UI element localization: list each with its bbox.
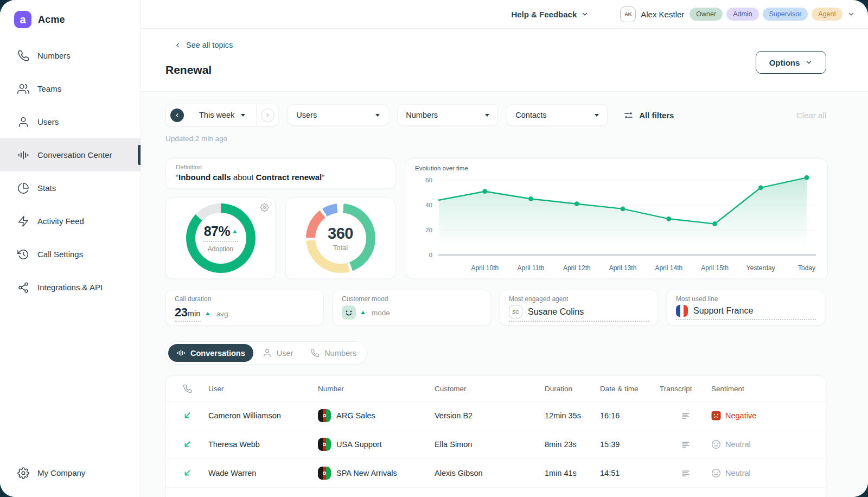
content: This week UsersNumbersContacts All filte… — [141, 92, 868, 497]
sidebar-item-label: My Company — [37, 468, 85, 477]
sidebar-item-label: Users — [37, 117, 59, 126]
cell-number: USA Support — [318, 438, 435, 451]
back-link-label: See all topics — [186, 41, 233, 49]
gear-icon[interactable] — [260, 203, 269, 212]
cell-duration: 8min 23s — [545, 440, 600, 449]
sidebar-item-users[interactable]: Users — [0, 105, 141, 138]
role-badge-admin: Admin — [726, 8, 758, 21]
role-badge-owner: Owner — [690, 8, 723, 21]
filter-dropdown-users[interactable]: Users — [288, 104, 388, 126]
page-head: See all topics Renewal Options — [141, 29, 868, 92]
filters-icon — [623, 110, 634, 120]
sidebar-item-teams[interactable]: Teams — [0, 72, 141, 105]
sidebar-item-conversation-center[interactable]: Conversation Center — [0, 138, 141, 171]
caret-down-icon — [595, 114, 599, 117]
topbar: Help & Feedback AK Alex Kestler OwnerAdm… — [141, 0, 868, 29]
period-label: This week — [199, 111, 234, 119]
sidebar-nav: NumbersTeamsUsersConversation CenterStat… — [0, 39, 141, 304]
acme-logo-icon: a — [14, 11, 31, 28]
filter-dropdowns: UsersNumbersContacts — [288, 104, 608, 126]
svg-text:Yesterday: Yesterday — [746, 264, 775, 272]
sidebar-item-label: Call Settings — [37, 250, 83, 259]
all-filters-button[interactable]: All filters — [623, 110, 674, 120]
definition-card: Definition “Inbound calls about Contract… — [165, 158, 395, 189]
svg-text:20: 20 — [425, 227, 432, 233]
cell-time: 15:39 — [600, 440, 660, 449]
definition-text: “Inbound calls about Contract renewal” — [176, 173, 385, 182]
sidebar-item-my-company[interactable]: My Company — [0, 456, 141, 489]
stats-row: Call duration 23min avg. Customer mood — [165, 290, 826, 326]
line-flag-icon — [318, 438, 331, 451]
tab-label: User — [277, 349, 293, 358]
options-button[interactable]: Options — [756, 51, 826, 74]
lightning-icon — [17, 215, 29, 227]
view-tabs: ConversationsUserNumbers — [165, 341, 367, 365]
table-row[interactable]: Wade WarrenSPA New ArrivalsAlexis Gibson… — [166, 459, 826, 488]
trend-up-icon — [206, 312, 210, 315]
active-indicator — [138, 145, 141, 165]
sidebar-item-integrations-api[interactable]: Integrations & API — [0, 271, 141, 304]
sidebar-item-label: Stats — [37, 183, 56, 193]
adoption-value: 87% — [204, 224, 231, 239]
sidebar-item-label: Integrations & API — [37, 283, 103, 292]
svg-text:Today: Today — [798, 264, 815, 272]
brand-logo[interactable]: a Acme — [0, 0, 141, 35]
table-row[interactable]: Theresa WebbUSA SupportElla Simon8min 23… — [166, 430, 826, 459]
sidebar-item-numbers[interactable]: Numbers — [0, 39, 141, 72]
svg-text:0: 0 — [429, 252, 432, 258]
cell-duration: 1min 41s — [545, 469, 600, 477]
table-row-partial[interactable] — [166, 488, 826, 497]
sentiment-label: Neutral — [725, 469, 751, 477]
tab-label: Numbers — [324, 349, 356, 358]
period-dropdown[interactable]: This week — [188, 104, 257, 126]
clock-rotate-icon — [17, 248, 29, 260]
customer-mood-suffix: mode — [372, 309, 390, 317]
svg-text:April 15th: April 15th — [701, 264, 729, 272]
customer-mood-card: Customer mood mode — [333, 290, 491, 326]
gear-icon — [17, 467, 29, 479]
sidebar-item-activity-feed[interactable]: Activity Feed — [0, 205, 141, 238]
next-period-button[interactable] — [257, 104, 278, 126]
clear-all-button[interactable]: Clear all — [796, 111, 826, 120]
evolution-chart-card: Evolution over time 0204060April 10thApr… — [406, 158, 828, 279]
user-icon — [263, 348, 272, 358]
previous-period-button[interactable] — [166, 104, 188, 126]
sidebar-item-call-settings[interactable]: Call Settings — [0, 238, 141, 271]
cell-customer: Alexis Gibson — [435, 469, 545, 477]
cell-user: Cameron Williamson — [208, 411, 318, 420]
tabs-wrap: ConversationsUserNumbers — [165, 341, 826, 365]
column-header-date-time: Date & time — [600, 385, 660, 393]
user-name: Alex Kestler — [641, 10, 684, 19]
column-header-user: User — [208, 385, 318, 393]
waveform-icon — [17, 149, 29, 161]
network-icon — [17, 282, 29, 294]
sentiment-neutral-icon — [711, 468, 721, 478]
cell-user: Wade Warren — [208, 469, 318, 477]
definition-label: Definition — [176, 164, 385, 170]
call-duration-value: 23min — [175, 305, 201, 322]
most-used-line-card: Most used line Support France — [667, 290, 825, 326]
inbound-arrow-icon — [166, 411, 208, 420]
filter-dropdown-numbers[interactable]: Numbers — [397, 104, 498, 126]
tab-conversations[interactable]: Conversations — [168, 344, 253, 362]
transcript-icon[interactable] — [681, 411, 690, 420]
user-icon — [17, 116, 29, 128]
tab-user[interactable]: User — [254, 344, 302, 362]
table-row[interactable]: Cameron WilliamsonARG SalesVersion B212m… — [166, 402, 826, 430]
help-feedback-menu[interactable]: Help & Feedback — [511, 10, 589, 19]
back-link[interactable]: See all topics — [174, 41, 233, 49]
updated-timestamp: Updated 2 min ago — [165, 135, 826, 143]
total-donut-chart: 360 Total — [306, 203, 375, 273]
user-menu-chevron-icon[interactable] — [847, 10, 855, 18]
phone-icon — [17, 50, 29, 62]
filter-dropdown-label: Users — [296, 111, 317, 119]
svg-text:40: 40 — [425, 202, 432, 208]
sidebar-item-label: Numbers — [37, 51, 71, 60]
svg-text:60: 60 — [425, 177, 432, 183]
avatar[interactable]: AK — [620, 7, 636, 22]
transcript-icon[interactable] — [681, 440, 690, 449]
sidebar-item-stats[interactable]: Stats — [0, 171, 141, 205]
tab-numbers[interactable]: Numbers — [302, 344, 365, 362]
filter-dropdown-contacts[interactable]: Contacts — [507, 104, 608, 126]
transcript-icon[interactable] — [681, 469, 690, 477]
